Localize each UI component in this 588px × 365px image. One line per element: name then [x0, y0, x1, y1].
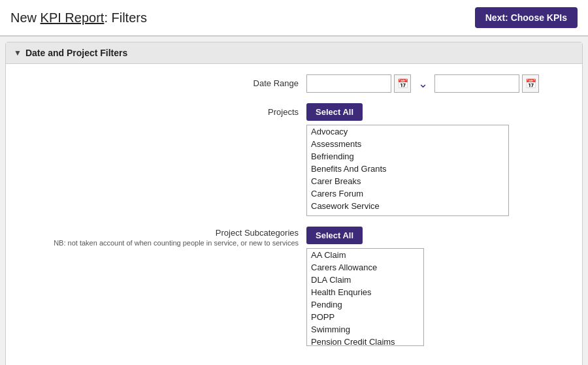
date-range-row: Date Range 📅 ⌄ 📅 — [6, 74, 582, 93]
list-item[interactable]: AA Claim — [307, 249, 423, 261]
subcategories-select-all-button[interactable]: Select All — [306, 227, 363, 244]
list-item[interactable]: DLA Claim — [307, 274, 423, 286]
projects-select-all-button[interactable]: Select All — [306, 103, 363, 121]
subcategories-label: Project Subcategories — [6, 228, 299, 238]
list-item[interactable]: Collection Tins — [307, 212, 508, 216]
list-item[interactable]: Assessments — [307, 138, 508, 150]
projects-row: Projects Select All AdvocacyAssessmentsB… — [6, 103, 582, 216]
list-item[interactable]: Swimming — [307, 323, 423, 336]
list-item[interactable]: Carer Breaks — [307, 175, 508, 187]
list-item[interactable]: Carers Forum — [307, 187, 508, 200]
subcategories-listbox[interactable]: AA ClaimCarers AllowanceDLA ClaimHealth … — [306, 248, 424, 346]
projects-label: Projects — [6, 103, 306, 117]
chevron-down-icon: ▼ — [14, 48, 22, 57]
filter-content: Date Range 📅 ⌄ 📅 Projects Select All Adv… — [6, 64, 582, 365]
next-button[interactable]: Next: Choose KPIs — [475, 7, 578, 28]
date-range-controls: 📅 ⌄ 📅 — [306, 74, 582, 93]
list-item[interactable]: Benefits And Grants — [307, 163, 508, 175]
projects-controls: Select All AdvocacyAssessmentsBefriendin… — [306, 103, 582, 216]
section-title: Date and Project Filters — [25, 48, 127, 58]
list-item[interactable]: Advocacy — [307, 125, 508, 138]
subcategories-row: Project Subcategories NB: not taken acco… — [6, 227, 582, 346]
page-header: New KPI Report: Filters Next: Choose KPI… — [0, 0, 588, 37]
calendar-end-button[interactable]: 📅 — [522, 74, 539, 93]
subcategories-label-col: Project Subcategories NB: not taken acco… — [6, 227, 306, 247]
list-item[interactable]: Carers Allowance — [307, 261, 423, 274]
list-item[interactable]: Pending — [307, 298, 423, 311]
date-range-arrow-button[interactable]: ⌄ — [414, 74, 432, 93]
projects-listbox[interactable]: AdvocacyAssessmentsBefriendingBenefits A… — [306, 125, 509, 216]
date-range-label: Date Range — [6, 74, 306, 88]
list-item[interactable]: POPP — [307, 311, 423, 323]
main-panel: ▼ Date and Project Filters Date Range 📅 … — [5, 42, 583, 365]
list-item[interactable]: Befriending — [307, 150, 508, 163]
section-header: ▼ Date and Project Filters — [6, 42, 582, 64]
date-end-input[interactable] — [434, 74, 519, 93]
list-item[interactable]: Casework Service — [307, 200, 508, 212]
subcategories-controls: Select All AA ClaimCarers AllowanceDLA C… — [306, 227, 582, 346]
list-item[interactable]: Health Enquries — [307, 286, 423, 298]
subcategories-sublabel: NB: not taken account of when counting p… — [6, 239, 299, 247]
date-range-inputs: 📅 ⌄ 📅 — [306, 74, 582, 93]
page-title: New KPI Report: Filters — [10, 10, 147, 25]
list-item[interactable]: Pension Credit Claims — [307, 336, 423, 346]
date-start-input[interactable] — [306, 74, 391, 93]
calendar-start-button[interactable]: 📅 — [394, 74, 411, 93]
